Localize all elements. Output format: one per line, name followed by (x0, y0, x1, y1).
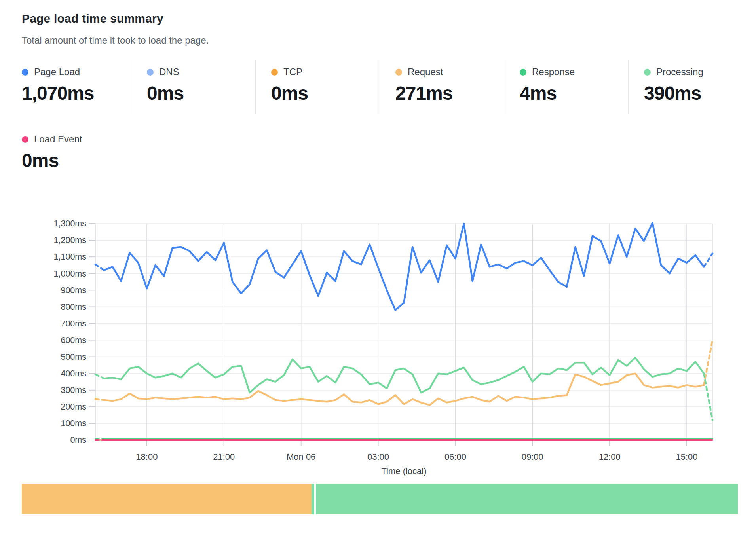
stat-label: Response (532, 66, 575, 78)
load-event-dot-icon (22, 136, 28, 143)
page-load-timeseries-chart[interactable]: 0ms100ms200ms300ms400ms500ms600ms700ms80… (0, 174, 756, 484)
phase-timeline-bar[interactable] (22, 484, 738, 514)
stat-value: 4ms (520, 82, 628, 104)
dns-dot-icon (147, 69, 154, 76)
stat-value: 271ms (395, 82, 504, 104)
x-axis-label: 21:00 (213, 452, 235, 462)
y-axis-label: 700ms (61, 319, 86, 328)
stat-label: Load Event (34, 134, 82, 145)
series-page-load (104, 223, 704, 310)
y-axis-label: 600ms (61, 336, 86, 345)
series-processing (104, 358, 704, 393)
stat-value: 0ms (22, 150, 82, 171)
y-axis-label: 500ms (61, 352, 86, 362)
page-subtitle: Total amount of time it took to load the… (22, 35, 209, 46)
stat-label: Processing (656, 66, 703, 78)
timeline-segment-processing-portion[interactable] (316, 484, 738, 514)
y-axis-label: 1,000ms (54, 269, 86, 279)
x-axis-label: 03:00 (367, 452, 389, 462)
y-axis-label: 0ms (70, 435, 86, 445)
request-dot-icon (395, 69, 402, 76)
y-axis-label: 800ms (61, 302, 86, 312)
stat-value: 0ms (147, 82, 255, 104)
x-axis-label: 09:00 (522, 452, 543, 462)
stat-value: 390ms (644, 82, 752, 104)
x-axis-label: 18:00 (136, 452, 158, 462)
stat-label: DNS (159, 66, 179, 78)
y-axis-label: 400ms (61, 369, 86, 378)
stat-label: Page Load (34, 66, 80, 78)
series-page-load-dashed (704, 254, 712, 267)
page-load-dot-icon (22, 69, 28, 76)
x-axis-label: 12:00 (599, 452, 621, 462)
x-axis-label: 15:00 (676, 452, 698, 462)
stat-load-event[interactable]: Load Event 0ms (22, 127, 82, 171)
page-load-summary-panel: Page load time summary Total amount of t… (0, 0, 756, 535)
series-processing-dashed (704, 374, 712, 420)
y-axis-label: 200ms (61, 402, 86, 412)
stat-tcp[interactable]: TCP 0ms (255, 60, 380, 114)
y-axis-label: 100ms (61, 419, 86, 428)
metric-legend-row: Page Load 1,070ms DNS 0ms TCP 0ms Reques… (22, 60, 752, 114)
series-request (104, 374, 704, 405)
stat-processing[interactable]: Processing 390ms (628, 60, 752, 114)
y-axis-label: 900ms (61, 286, 86, 295)
stat-page-load[interactable]: Page Load 1,070ms (22, 60, 131, 114)
x-axis-label: 06:00 (444, 452, 466, 462)
series-page-load-dashed (95, 264, 104, 270)
series-request-dashed (704, 340, 712, 385)
y-axis-label: 1,100ms (54, 252, 86, 262)
stat-request[interactable]: Request 271ms (380, 60, 504, 114)
y-axis-label: 1,300ms (54, 219, 86, 228)
stat-label: TCP (283, 66, 302, 78)
series-request-dashed (95, 399, 104, 400)
stat-value: 1,070ms (22, 82, 131, 104)
tcp-dot-icon (271, 69, 278, 76)
x-axis-title: Time (local) (381, 466, 426, 476)
page-title: Page load time summary (22, 12, 163, 25)
processing-dot-icon (644, 69, 651, 76)
stat-dns[interactable]: DNS 0ms (131, 60, 255, 114)
series-processing-dashed (95, 374, 104, 379)
stat-value: 0ms (271, 82, 380, 104)
stat-label: Request (408, 66, 443, 78)
x-axis-label: Mon 06 (287, 452, 315, 462)
y-axis-label: 1,200ms (54, 235, 86, 245)
timeline-segment-request-portion[interactable] (22, 484, 312, 514)
stat-response[interactable]: Response 4ms (504, 60, 628, 114)
y-axis-label: 300ms (61, 385, 86, 395)
response-dot-icon (520, 69, 526, 76)
